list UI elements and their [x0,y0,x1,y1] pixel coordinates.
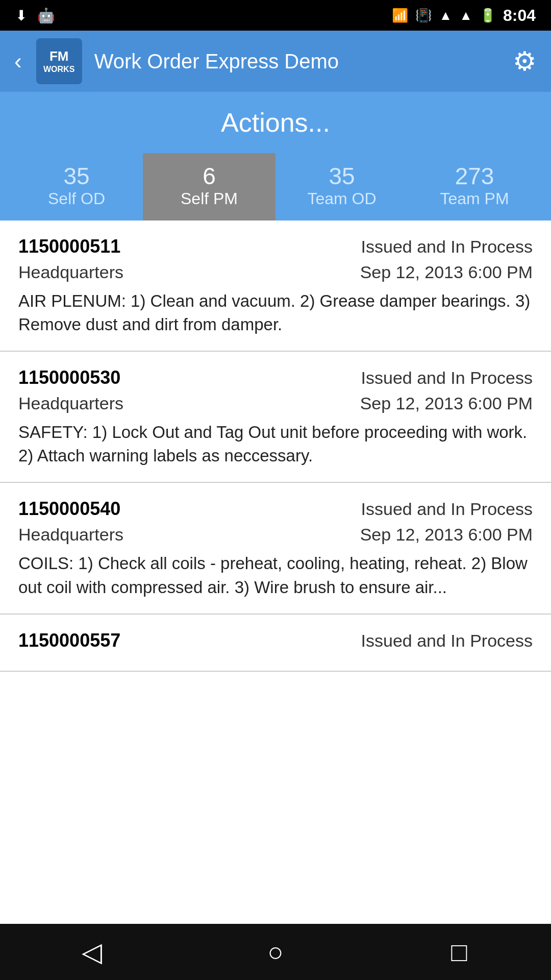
wo-description-2: COILS: 1) Check all coils - preheat, coo… [18,552,533,599]
wo-location-2: Headquarters [18,525,123,545]
wo-date-0: Sep 12, 2013 6:00 PM [360,262,533,282]
signal-icon: ▲ [459,8,472,23]
logo-fm-text: FM [49,48,69,64]
wo-header-row-1: 1150000530 Issued and In Process [18,367,533,388]
tab-team-od-number: 35 [329,163,355,189]
nav-home-button[interactable]: ○ [245,932,306,972]
tab-self-pm[interactable]: 6 Self PM [143,153,276,220]
app-bar: ‹ FM WORKS Work Order Express Demo ⚙ [0,31,551,92]
vibrate-icon: 📳 [415,8,432,23]
work-order-item[interactable]: 1150000530 Issued and In Process Headqua… [0,352,551,483]
tab-team-od[interactable]: 35 Team OD [276,153,408,220]
android-icon: 🤖 [37,7,55,24]
tab-header-area: Actions... 35 Self OD 6 Self PM 35 Team … [0,92,551,220]
back-button[interactable]: ‹ [14,48,22,74]
wo-header-row-3: 1150000557 Issued and In Process [18,630,533,651]
tab-self-pm-label: Self PM [181,189,238,208]
wo-date-1: Sep 12, 2013 6:00 PM [360,394,533,413]
app-title: Work Order Express Demo [94,50,500,73]
battery-icon: 🔋 [480,8,496,23]
tab-self-od-label: Self OD [48,189,105,208]
tab-team-pm-label: Team PM [440,189,509,208]
nav-recent-button[interactable]: □ [429,932,490,972]
nav-back-button[interactable]: ◁ [61,932,122,972]
wo-description-1: SAFETY: 1) Lock Out and Tag Out unit bef… [18,421,533,468]
actions-title: Actions... [10,107,541,138]
wo-number-0: 1150000511 [18,236,120,257]
bottom-nav: ◁ ○ □ [0,924,551,980]
wo-header-row-0: 1150000511 Issued and In Process [18,236,533,257]
tab-team-pm[interactable]: 273 Team PM [408,153,541,220]
wo-number-3: 1150000557 [18,630,120,651]
wo-status-2: Issued and In Process [361,499,533,519]
wo-number-1: 1150000530 [18,367,120,388]
nav-back-icon: ◁ [82,937,102,967]
wo-number-2: 1150000540 [18,498,120,520]
work-order-item[interactable]: 1150000557 Issued and In Process [0,615,551,672]
wo-location-row-0: Headquarters Sep 12, 2013 6:00 PM [18,262,533,282]
nav-home-icon: ○ [267,937,283,967]
app-logo: FM WORKS [36,38,82,84]
wo-location-row-1: Headquarters Sep 12, 2013 6:00 PM [18,394,533,413]
wifi-icon: ▲ [439,8,452,23]
bluetooth-icon: 📶 [392,8,408,23]
tab-team-pm-number: 273 [455,163,494,189]
wo-location-0: Headquarters [18,262,123,282]
wo-date-2: Sep 12, 2013 6:00 PM [360,525,533,545]
tab-team-od-label: Team OD [307,189,376,208]
settings-icon[interactable]: ⚙ [513,46,537,77]
tab-self-pm-number: 6 [203,163,216,189]
status-time: 8:04 [503,6,536,25]
wo-location-1: Headquarters [18,394,123,413]
wo-location-row-2: Headquarters Sep 12, 2013 6:00 PM [18,525,533,545]
wo-status-1: Issued and In Process [361,368,533,388]
work-order-item[interactable]: 1150000540 Issued and In Process Headqua… [0,483,551,614]
wo-header-row-2: 1150000540 Issued and In Process [18,498,533,520]
work-order-item[interactable]: 1150000511 Issued and In Process Headqua… [0,220,551,352]
tab-self-od[interactable]: 35 Self OD [10,153,143,220]
work-orders-list: 1150000511 Issued and In Process Headqua… [0,220,551,945]
wo-status-0: Issued and In Process [361,237,533,257]
status-bar-right: 📶 📳 ▲ ▲ 🔋 8:04 [392,6,536,25]
wo-description-0: AIR PLENUM: 1) Clean and vacuum. 2) Grea… [18,289,533,336]
tabs-row: 35 Self OD 6 Self PM 35 Team OD 273 Team… [10,153,541,220]
logo-works-text: WORKS [43,64,74,74]
status-bar: ⬇ 🤖 📶 📳 ▲ ▲ 🔋 8:04 [0,0,551,31]
wo-status-3: Issued and In Process [361,631,533,651]
download-icon: ⬇ [15,7,27,24]
tab-self-od-number: 35 [63,163,89,189]
nav-recent-icon: □ [451,937,467,967]
status-bar-left: ⬇ 🤖 [15,7,55,24]
